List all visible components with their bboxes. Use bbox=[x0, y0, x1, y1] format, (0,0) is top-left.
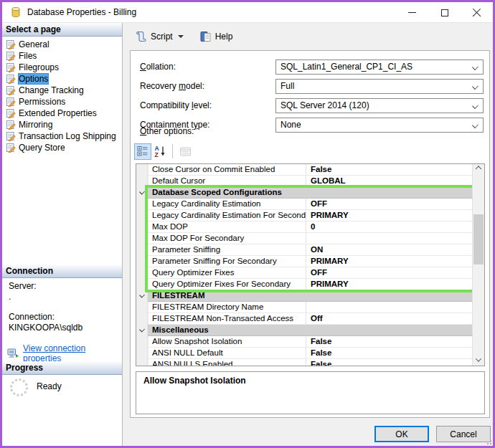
sidebar-item-extended-properties[interactable]: Extended Properties bbox=[2, 108, 121, 119]
view-connection-properties-link[interactable]: View connection properties bbox=[23, 343, 122, 363]
sidebar-item-mirroring[interactable]: Mirroring bbox=[2, 119, 121, 130]
grid-row-legacy-cardinality-estimation[interactable]: Legacy Cardinality Estimation OFF bbox=[136, 199, 472, 210]
sidebar-item-filegroups[interactable]: Filegroups bbox=[2, 62, 121, 73]
scroll-up-button[interactable] bbox=[473, 164, 484, 176]
grid-row-name[interactable]: Query Optimizer Fixes For Secondary bbox=[148, 279, 306, 290]
maximize-button[interactable] bbox=[428, 2, 461, 23]
grid-category-gutter[interactable] bbox=[136, 325, 148, 336]
grid-scrollbar[interactable] bbox=[472, 164, 484, 366]
grid-row-name[interactable]: Default Cursor bbox=[148, 176, 306, 187]
grid-row-parameter-sniffing-for-secondary[interactable]: Parameter Sniffing For Secondary PRIMARY bbox=[136, 256, 472, 267]
ok-button[interactable]: OK bbox=[374, 426, 429, 442]
property-page-icon bbox=[6, 120, 16, 130]
grid-row-name[interactable]: Close Cursor on Commit Enabled bbox=[148, 164, 306, 176]
alphabetical-sort-button[interactable]: A Z bbox=[151, 143, 169, 160]
grid-row-allow-snapshot-isolation[interactable]: Allow Snapshot Isolation False bbox=[136, 336, 472, 348]
property-page-icon bbox=[6, 74, 16, 84]
scroll-down-button[interactable] bbox=[473, 354, 484, 366]
grid-row-gutter bbox=[136, 302, 148, 313]
sidebar-item-general[interactable]: General bbox=[2, 39, 121, 50]
grid-row-value[interactable]: False bbox=[306, 359, 472, 366]
close-button[interactable] bbox=[461, 2, 493, 23]
grid-row-value[interactable] bbox=[306, 302, 472, 313]
grid-row-name[interactable]: ANSI NULLS Enabled bbox=[148, 359, 306, 366]
other-options-label: Other options: bbox=[140, 126, 194, 136]
form-row: Compatibility level: SQL Server 2014 (12… bbox=[131, 98, 489, 113]
grid-row-value[interactable]: 0 bbox=[306, 221, 472, 233]
grid-category-miscellaneous[interactable]: Miscellaneous bbox=[136, 325, 472, 336]
script-button[interactable]: Script bbox=[130, 28, 189, 45]
sidebar-item-label: Options bbox=[19, 74, 48, 84]
containment-type-select[interactable]: None bbox=[275, 118, 484, 133]
grid-row-parameter-sniffing[interactable]: Parameter Sniffing ON bbox=[136, 244, 472, 256]
minimize-button[interactable] bbox=[396, 2, 428, 23]
sidebar-item-permissions[interactable]: Permissions bbox=[2, 96, 121, 108]
grid-row-ansi-nulls-enabled[interactable]: ANSI NULLS Enabled False bbox=[136, 359, 472, 366]
grid-row-name[interactable]: Legacy Cardinality Estimation bbox=[148, 199, 306, 210]
grid-row-value[interactable]: ON bbox=[306, 244, 472, 256]
sidebar-item-label: Change Tracking bbox=[19, 85, 84, 95]
grid-row-max-dop-for-secondary[interactable]: Max DOP For Secondary bbox=[136, 233, 472, 244]
grid-row-name[interactable]: Allow Snapshot Isolation bbox=[148, 336, 306, 348]
grid-row-filestream-directory-name[interactable]: FILESTREAM Directory Name bbox=[136, 302, 472, 313]
connection-block: Server: . Connection: KINGKOOPA\sqldb Vi… bbox=[2, 281, 122, 363]
grid-row-value[interactable]: False bbox=[306, 164, 472, 176]
grid-row-name[interactable]: ANSI NULL Default bbox=[148, 348, 306, 359]
grid-row-name[interactable]: Max DOP bbox=[148, 221, 306, 233]
grid-category-label[interactable]: FILESTREAM bbox=[148, 290, 472, 302]
grid-row-query-optimizer-fixes-for-secondary[interactable]: Query Optimizer Fixes For Secondary PRIM… bbox=[136, 279, 472, 290]
cancel-button[interactable]: Cancel bbox=[436, 426, 491, 442]
grid-row-value[interactable]: OFF bbox=[306, 199, 472, 210]
grid-row-ansi-null-default[interactable]: ANSI NULL Default False bbox=[136, 348, 472, 359]
compatibility-level-select[interactable]: SQL Server 2014 (120) bbox=[275, 98, 484, 113]
grid-row-value[interactable]: False bbox=[306, 336, 472, 348]
grid-row-value[interactable]: PRIMARY bbox=[306, 279, 472, 290]
recovery-model-select[interactable]: Full bbox=[275, 79, 484, 94]
progress-header: Progress bbox=[2, 361, 122, 375]
sidebar-item-files[interactable]: Files bbox=[2, 50, 121, 62]
property-page-icon bbox=[6, 97, 16, 107]
grid-row-name[interactable]: FILESTREAM Non-Transacted Access bbox=[148, 313, 306, 325]
grid-category-gutter[interactable] bbox=[136, 187, 148, 199]
grid-row-value[interactable] bbox=[306, 233, 472, 244]
grid-row-name[interactable]: Parameter Sniffing bbox=[148, 244, 306, 256]
grid-row-value[interactable]: False bbox=[306, 348, 472, 359]
grid-row-name[interactable]: Query Optimizer Fixes bbox=[148, 267, 306, 279]
collation-select[interactable]: SQL_Latin1_General_CP1_CI_AS bbox=[275, 59, 484, 75]
categorized-button[interactable] bbox=[134, 143, 151, 160]
grid-category-gutter[interactable] bbox=[136, 290, 148, 302]
grid-row-name[interactable]: Legacy Cardinality Estimation For Second… bbox=[148, 210, 306, 221]
connection-label: Connection: bbox=[2, 312, 122, 323]
grid-row-default-cursor[interactable]: Default Cursor GLOBAL bbox=[136, 176, 472, 187]
grid-category-filestream[interactable]: FILESTREAM bbox=[136, 290, 472, 302]
grid-row-close-cursor-on-commit-enabled[interactable]: Close Cursor on Commit Enabled False bbox=[136, 164, 472, 176]
grid-row-filestream-non-transacted-access[interactable]: FILESTREAM Non-Transacted Access Off bbox=[136, 313, 472, 325]
grid-row-name[interactable]: FILESTREAM Directory Name bbox=[148, 302, 306, 313]
resize-grip[interactable] bbox=[484, 437, 491, 444]
grid-row-value[interactable]: PRIMARY bbox=[306, 210, 472, 221]
grid-row-value[interactable]: GLOBAL bbox=[306, 176, 472, 187]
grid-row-value[interactable]: Off bbox=[306, 313, 472, 325]
help-button[interactable]: Help bbox=[196, 28, 237, 45]
grid-category-label[interactable]: Miscellaneous bbox=[148, 325, 472, 336]
sidebar-item-query-store[interactable]: Query Store bbox=[2, 142, 121, 153]
sidebar-item-options[interactable]: Options bbox=[2, 73, 121, 85]
title-bar[interactable]: Database Properties - Billing bbox=[2, 2, 493, 23]
chevron-down-icon bbox=[139, 189, 145, 195]
grid-row-query-optimizer-fixes[interactable]: Query Optimizer Fixes OFF bbox=[136, 267, 472, 279]
grid-row-legacy-cardinality-estimation-for-secondary[interactable]: Legacy Cardinality Estimation For Second… bbox=[136, 210, 472, 221]
grid-row-name[interactable]: Max DOP For Secondary bbox=[148, 233, 306, 244]
grid-category-label[interactable]: Database Scoped Configurations bbox=[148, 187, 472, 199]
grid-row-value[interactable]: OFF bbox=[306, 267, 472, 279]
grid-row-max-dop[interactable]: Max DOP 0 bbox=[136, 221, 472, 233]
grid-row-name[interactable]: Parameter Sniffing For Secondary bbox=[148, 256, 306, 267]
chevron-down-icon bbox=[472, 103, 478, 109]
sidebar-item-transaction-log-shipping[interactable]: Transaction Log Shipping bbox=[2, 130, 121, 142]
grid-category-database-scoped-configurations[interactable]: Database Scoped Configurations bbox=[136, 187, 472, 199]
sidebar-item-change-tracking[interactable]: Change Tracking bbox=[2, 85, 121, 96]
main-panel: Script Help Collation: SQL_Latin1_Genera… bbox=[123, 23, 493, 446]
spinner-icon bbox=[10, 378, 28, 396]
grid-row-gutter bbox=[136, 199, 148, 210]
scrollbar-thumb[interactable] bbox=[473, 214, 484, 264]
grid-row-value[interactable]: PRIMARY bbox=[306, 256, 472, 267]
